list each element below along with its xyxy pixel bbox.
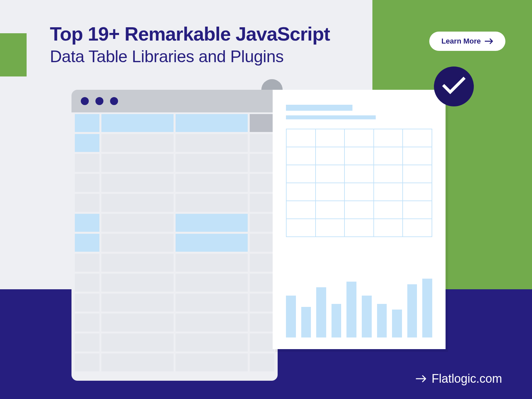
arrow-right-icon (416, 372, 427, 386)
report-paper (273, 90, 446, 349)
sheet-row (75, 134, 274, 152)
paper-table-cell (403, 219, 432, 237)
paper-table-cell (344, 129, 374, 147)
sheet-cell (176, 314, 248, 332)
sheet-cell (176, 234, 248, 252)
paper-table-cell (403, 183, 432, 201)
chart-bar (301, 307, 311, 338)
sheet-cell (176, 294, 248, 312)
sheet-cell (75, 234, 99, 252)
chart-bar (422, 279, 432, 337)
sheet-row (75, 174, 274, 192)
sheet-cell (101, 114, 174, 132)
check-badge (434, 66, 474, 106)
paper-table (286, 129, 432, 237)
window-dot-icon (81, 97, 89, 105)
learn-more-button[interactable]: Learn More (429, 32, 505, 51)
chart-bar (407, 284, 417, 337)
sheet-cell (176, 134, 248, 152)
sheet-row (75, 114, 274, 132)
sheet-cell (250, 353, 274, 371)
paper-table-cell (316, 201, 345, 219)
sheet-cell (101, 234, 174, 252)
paper-table-cell (344, 165, 374, 183)
learn-more-label: Learn More (441, 37, 481, 46)
paper-table-cell (403, 201, 432, 219)
sheet-cell (250, 174, 274, 192)
checkmark-icon (442, 77, 466, 96)
sheet-cell (250, 114, 274, 132)
paper-table-cell (403, 147, 432, 165)
sheet-cell (75, 114, 99, 132)
sheet-cell (250, 134, 274, 152)
sheet-cell (75, 134, 99, 152)
browser-window (71, 90, 278, 381)
sheet-cell (101, 254, 174, 272)
paper-subtitle-placeholder (286, 115, 376, 119)
paper-table-cell (286, 147, 316, 165)
sheet-cell (75, 333, 99, 351)
sheet-cell (75, 274, 99, 292)
sheet-cell (101, 274, 174, 292)
paper-table-cell (286, 201, 316, 219)
paper-table-cell (344, 147, 374, 165)
heading-title: Top 19+ Remarkable JavaScript (50, 23, 330, 45)
sheet-cell (75, 154, 99, 172)
paper-table-cell (344, 201, 374, 219)
sheet-cell (101, 154, 174, 172)
sheet-cell (176, 254, 248, 272)
sheet-cell (75, 174, 99, 192)
sheet-row (75, 353, 274, 371)
paper-table-cell (374, 219, 403, 237)
paper-table-cell (374, 165, 403, 183)
paper-table-cell (316, 129, 345, 147)
brand-link[interactable]: Flatlogic.com (416, 372, 502, 386)
sheet-cell (101, 314, 174, 332)
sheet-cell (176, 194, 248, 212)
chart-bar (377, 304, 387, 337)
paper-table-cell (286, 219, 316, 237)
browser-tab-nub (261, 79, 283, 90)
sheet-row (75, 154, 274, 172)
sheet-cell (75, 214, 99, 232)
chart-bar (332, 304, 341, 337)
sheet-cell (250, 154, 274, 172)
sheet-row (75, 294, 274, 312)
paper-table-cell (286, 183, 316, 201)
sheet-cell (101, 174, 174, 192)
paper-table-cell (403, 129, 432, 147)
chart-bar (362, 296, 372, 337)
paper-table-cell (344, 183, 374, 201)
green-accent-bar (0, 33, 27, 76)
sheet-cell (250, 214, 274, 232)
chart-bar (316, 287, 326, 337)
paper-table-cell (316, 183, 345, 201)
sheet-row (75, 234, 274, 252)
window-dot-icon (110, 97, 118, 105)
sheet-cell (101, 214, 174, 232)
sheet-row (75, 274, 274, 292)
paper-table-cell (316, 165, 345, 183)
sheet-row (75, 194, 274, 212)
sheet-cell (101, 294, 174, 312)
paper-title-placeholder (286, 105, 352, 111)
paper-table-cell (374, 183, 403, 201)
window-dot-icon (95, 97, 103, 105)
sheet-row (75, 254, 274, 272)
sheet-cell (176, 333, 248, 351)
paper-table-cell (374, 129, 403, 147)
sheet-cell (250, 274, 274, 292)
sheet-row (75, 214, 274, 232)
paper-table-cell (374, 147, 403, 165)
sheet-cell (250, 294, 274, 312)
brand-name: Flatlogic.com (432, 372, 502, 386)
paper-table-cell (286, 165, 316, 183)
sheet-cell (75, 254, 99, 272)
sheet-cell (250, 314, 274, 332)
sheet-cell (176, 214, 248, 232)
page-heading: Top 19+ Remarkable JavaScript Data Table… (50, 23, 330, 66)
sheet-cell (75, 314, 99, 332)
heading-subtitle: Data Table Libraries and Plugins (50, 47, 330, 66)
sheet-row (75, 314, 274, 332)
paper-table-cell (403, 165, 432, 183)
